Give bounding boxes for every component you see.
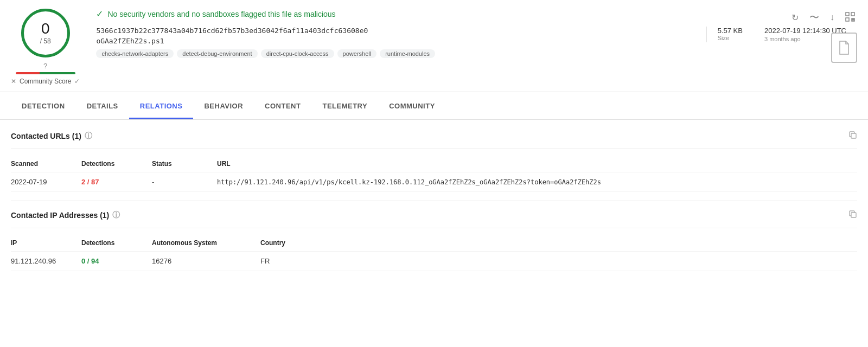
urls-section-header: Contacted URLs (1) ⓘ: [11, 131, 857, 149]
filename-value: oGAa2fZEhZ2s.ps1: [96, 37, 695, 45]
size-label: Size: [718, 35, 743, 41]
cell-country: FR: [260, 257, 857, 265]
score-section: 0 / 58 ? ✕ Community Score ✓: [11, 9, 91, 85]
contacted-ip-section: Contacted IP Addresses (1) ⓘ IP Detectio…: [11, 210, 857, 280]
contacted-urls-section: Contacted URLs (1) ⓘ Scanned Detections …: [11, 131, 857, 201]
col-ip: IP: [11, 239, 81, 247]
ip-section-header: Contacted IP Addresses (1) ⓘ: [11, 210, 857, 228]
table-row: 2022-07-19 2 / 87 - http://91.121.240.96…: [11, 172, 857, 192]
cell-ip-detections: 0 / 94: [81, 257, 152, 265]
table-row: 91.121.240.96 0 / 94 16276 FR: [11, 252, 857, 271]
status-text: No security vendors and no sandboxes fla…: [107, 10, 335, 18]
cell-ip: 91.121.240.96: [11, 257, 81, 265]
svg-rect-4: [853, 18, 854, 20]
score-number: 0: [41, 21, 50, 36]
cell-url: http://91.121.240.96/api/v1/ps/kcell.kz-…: [217, 178, 857, 186]
hash-filename-row: 5366c1937b22c377843a04b716cd62fb57b3ed36…: [96, 27, 857, 58]
reload-button[interactable]: ↻: [789, 10, 801, 25]
svg-rect-7: [851, 213, 856, 217]
col-url: URL: [217, 160, 857, 168]
file-info-section: ✓ No security vendors and no sandboxes f…: [91, 9, 857, 63]
col-ip-detections: Detections: [81, 239, 152, 247]
status-line: ✓ No security vendors and no sandboxes f…: [96, 9, 857, 19]
svg-rect-5: [852, 20, 854, 21]
download-button[interactable]: ↓: [828, 10, 837, 24]
size-value: 5.57 KB: [718, 27, 743, 35]
toolbar-icons: ↻ 〜 ↓: [789, 9, 857, 26]
check-circle-icon: ✓: [96, 9, 103, 19]
col-autonomous-system: Autonomous System: [152, 239, 260, 247]
cell-scanned: 2022-07-19: [11, 178, 81, 186]
urls-title: Contacted URLs (1) ⓘ: [11, 131, 92, 141]
urls-title-text: Contacted URLs (1): [11, 132, 81, 140]
qr-button[interactable]: [843, 10, 857, 25]
col-scanned: Scanned: [11, 160, 81, 168]
urls-header-row: Scanned Detections Status URL: [11, 157, 857, 172]
score-total: / 58: [40, 37, 51, 45]
svg-rect-3: [852, 18, 853, 20]
tab-behavior[interactable]: BEHAVIOR: [193, 94, 254, 119]
check-icon[interactable]: ✓: [74, 78, 80, 85]
cell-detections: 2 / 87: [81, 178, 152, 186]
tab-details[interactable]: DETAILS: [76, 94, 129, 119]
cell-autonomous-system: 16276: [152, 257, 260, 265]
community-score-row: ✕ Community Score ✓: [11, 78, 80, 85]
community-score-label: Community Score: [20, 78, 71, 85]
svg-rect-0: [846, 12, 849, 16]
tab-telemetry[interactable]: TELEMETRY: [311, 94, 378, 119]
svg-rect-2: [846, 18, 849, 21]
tag: runtime-modules: [380, 49, 435, 58]
svg-rect-1: [851, 12, 854, 16]
score-circle: 0 / 58: [21, 9, 70, 57]
ip-header-row: IP Detections Autonomous System Country: [11, 236, 857, 252]
nav-tabs: DETECTIONDETAILSRELATIONSBEHAVIORCONTENT…: [0, 94, 868, 120]
tag: detect-debug-environment: [177, 49, 257, 58]
col-status: Status: [152, 160, 217, 168]
file-icon-box: [831, 33, 857, 63]
tab-relations[interactable]: RELATIONS: [129, 94, 194, 119]
hash-value: 5366c1937b22c377843a04b716cd62fb57b3ed36…: [96, 27, 695, 35]
score-bar: [16, 72, 75, 74]
cell-status: -: [152, 178, 217, 186]
tag: direct-cpu-clock-access: [261, 49, 334, 58]
urls-copy-icon[interactable]: [848, 131, 857, 141]
tags-row: checks-network-adaptersdetect-debug-envi…: [96, 49, 695, 58]
svg-rect-6: [851, 133, 856, 138]
meta-size: 5.57 KB Size: [718, 27, 743, 42]
tag: powershell: [337, 49, 377, 58]
wave-button[interactable]: 〜: [807, 9, 821, 26]
ip-table: IP Detections Autonomous System Country …: [11, 236, 857, 271]
hash-info: 5366c1937b22c377843a04b716cd62fb57b3ed36…: [96, 27, 695, 58]
tab-community[interactable]: COMMUNITY: [378, 94, 446, 119]
urls-info-icon[interactable]: ⓘ: [85, 131, 92, 141]
ip-title-text: Contacted IP Addresses (1): [11, 211, 109, 220]
top-bar: 0 / 58 ? ✕ Community Score ✓ ✓ No securi…: [0, 0, 868, 92]
ip-info-icon[interactable]: ⓘ: [112, 210, 120, 220]
content-area: Contacted URLs (1) ⓘ Scanned Detections …: [0, 120, 868, 299]
tag: checks-network-adapters: [96, 49, 174, 58]
score-question: ?: [43, 62, 47, 70]
col-country: Country: [260, 239, 857, 247]
urls-table: Scanned Detections Status URL 2022-07-19…: [11, 157, 857, 192]
tab-detection[interactable]: DETECTION: [11, 94, 76, 119]
tab-content[interactable]: CONTENT: [254, 94, 311, 119]
col-detections: Detections: [81, 160, 152, 168]
ip-title: Contacted IP Addresses (1) ⓘ: [11, 210, 120, 220]
close-icon[interactable]: ✕: [11, 78, 16, 85]
ip-copy-icon[interactable]: [848, 210, 857, 220]
